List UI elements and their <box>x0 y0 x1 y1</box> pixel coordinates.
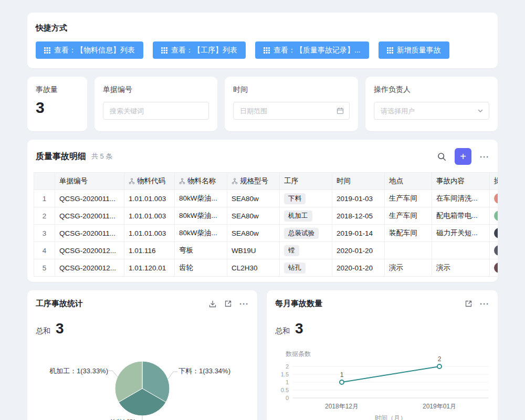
cell: 1.01.01.003 <box>124 207 175 225</box>
row-index: 2 <box>34 207 55 225</box>
monthly-chart-more-button[interactable]: ··· <box>480 299 489 308</box>
operator-select[interactable] <box>374 102 489 120</box>
sum-label: 总和 <box>36 327 50 336</box>
time-filter-card: 时间 <box>225 77 358 131</box>
column-header-9: 操作负责人 <box>490 173 498 190</box>
process-chart-title: 工序事故统计 <box>36 299 83 309</box>
y-tick-label: 0 <box>286 395 289 401</box>
column-header-label: 事故内容 <box>436 177 465 185</box>
column-header-0 <box>34 173 55 190</box>
cell: WB19U <box>227 242 280 259</box>
shortcut-button-label: 新增质量事故 <box>397 46 441 55</box>
column-header-label: 规格型号 <box>240 177 268 185</box>
expand-icon <box>224 300 232 308</box>
search-button[interactable] <box>437 152 446 161</box>
x-category-label: 2018年12月 <box>325 403 359 410</box>
cell: 1.01.01.003 <box>124 225 175 242</box>
accidents-table: 单据编号物料代码物料名称规格型号工序时间地点事故内容操作负责人 1QCSG-20… <box>34 172 498 277</box>
pie-leader-line-0 <box>168 372 177 379</box>
sum-value: 3 <box>295 320 303 337</box>
shortcut-button-label: 查看：【物料信息】列表 <box>54 46 135 55</box>
table-row[interactable]: 5QCSG-2020012...1.01.120.01齿轮CL2H30钻孔202… <box>34 259 498 277</box>
cell: 配电箱带电... <box>432 207 490 225</box>
chevron-down-icon <box>477 108 484 114</box>
column-header-8: 事故内容 <box>432 173 490 190</box>
table-scroll-area[interactable]: 单据编号物料代码物料名称规格型号工序时间地点事故内容操作负责人 1QCSG-20… <box>34 172 498 277</box>
sum-label: 总和 <box>275 327 290 336</box>
table-row[interactable]: 2QCSG-2020011...1.01.01.00380kW柴油...SEA8… <box>34 207 498 225</box>
y-tick-label: 0.5 <box>281 387 289 393</box>
table-row[interactable]: 3QCSG-2020011...1.01.01.00380kW柴油...SEA8… <box>34 225 498 242</box>
branch-icon <box>232 178 238 184</box>
expand-icon <box>465 300 472 308</box>
row-index: 5 <box>34 259 55 277</box>
table-row[interactable]: 1QCSG-2020011...1.01.01.00380kW柴油...SEA8… <box>34 190 498 207</box>
process-chart-actions: ··· <box>208 299 249 308</box>
grid-icon <box>44 47 50 54</box>
monthly-chart-title: 每月事故数量 <box>275 299 322 309</box>
cell: 在车间清洗... <box>432 190 490 207</box>
row-index: 4 <box>34 242 55 259</box>
data-point-1[interactable] <box>437 364 442 369</box>
cell: 80kW柴油... <box>175 225 227 242</box>
column-header-5: 工序 <box>280 173 332 190</box>
pie-svg <box>36 345 249 420</box>
y-axis-name: 数据条数 <box>286 350 311 358</box>
cell: 2020-01-20 <box>332 242 385 259</box>
process-sum: 总和 3 <box>36 320 249 338</box>
process-chart-more-button[interactable]: ··· <box>239 299 249 308</box>
data-point-0[interactable] <box>340 380 344 384</box>
process-tag: 总装试验 <box>284 228 319 239</box>
column-header-3: 物料名称 <box>175 173 227 190</box>
shortcut-button[interactable]: 查看：【物料信息】列表 <box>36 41 143 59</box>
expand-button[interactable] <box>465 300 472 308</box>
filter-row: 事故量 3 单据编号 时间 操作负责人 <box>27 77 498 131</box>
cell: 磁力开关短... <box>432 225 490 242</box>
doc-number-label: 单据编号 <box>103 85 209 94</box>
monthly-chart-actions: ··· <box>465 299 489 308</box>
cell: QCSG-2020011... <box>55 207 124 225</box>
column-header-1: 单据编号 <box>55 173 124 190</box>
cell: 80kW柴油... <box>175 190 227 207</box>
pie-label-jijiagong: 机加工：1(33.33%) <box>36 366 108 376</box>
table-title: 质量事故明细 <box>36 151 86 162</box>
column-header-label: 物料代码 <box>137 177 165 185</box>
operator-cell <box>490 225 498 242</box>
point-value-label: 2 <box>438 355 442 363</box>
cell <box>385 242 432 259</box>
shortcut-button[interactable]: 查看：【工序】列表 <box>153 41 246 59</box>
x-category-label: 2019年01月 <box>423 403 456 410</box>
search-icon <box>437 152 446 161</box>
column-header-label: 操作负责人 <box>494 177 498 185</box>
pie-label-zongzhuang: 总装试验：1(33.33%) <box>36 418 249 420</box>
process-chart-header: 工序事故统计 ··· <box>36 299 249 309</box>
doc-number-search-input[interactable] <box>109 107 203 116</box>
column-header-label: 物料名称 <box>187 177 216 185</box>
operator-cell <box>490 242 498 259</box>
process-stats-card: 工序事故统计 ··· 总和 3 下料：1(33.34%) 总装试验 <box>27 290 257 420</box>
table-more-button[interactable]: ··· <box>480 152 489 161</box>
shortcut-button[interactable]: 查看：【质量事故记录】... <box>255 41 369 59</box>
process-tag: 下料 <box>284 193 306 204</box>
add-record-button[interactable]: + <box>455 148 471 165</box>
table-row[interactable]: 4QCSG-2020012...1.01.116弯板WB19U镗2020-01-… <box>34 242 498 259</box>
avatar <box>494 228 498 238</box>
column-header-label: 时间 <box>337 177 351 185</box>
export-button[interactable] <box>208 300 217 308</box>
operator-select-input[interactable] <box>380 107 474 116</box>
date-range-input[interactable] <box>239 107 333 116</box>
cell: 演示 <box>385 259 432 277</box>
column-header-4: 规格型号 <box>227 173 280 190</box>
sum-value: 3 <box>56 320 64 337</box>
column-header-2: 物料代码 <box>124 173 175 190</box>
cell: CL2H30 <box>227 259 280 277</box>
operator-cell <box>490 190 498 207</box>
grid-icon <box>387 47 393 54</box>
monthly-line-chart: 21.510.50数据条数12018年12月22019年01月时间（月） <box>275 340 489 420</box>
expand-button[interactable] <box>224 300 232 308</box>
date-range-picker[interactable] <box>233 102 350 120</box>
row-index: 3 <box>34 225 55 242</box>
shortcut-button[interactable]: 新增质量事故 <box>379 41 449 59</box>
doc-number-search-box[interactable] <box>103 102 209 120</box>
x-axis-name: 时间（月） <box>375 414 406 420</box>
